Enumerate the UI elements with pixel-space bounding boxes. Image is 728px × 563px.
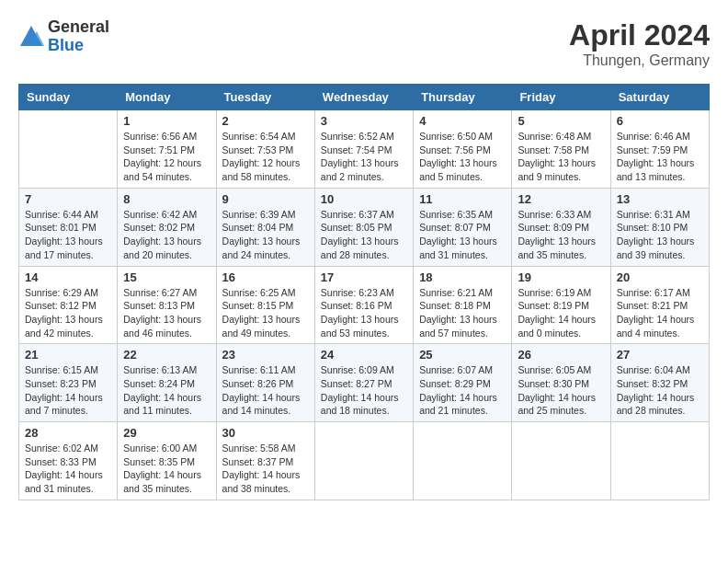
calendar-cell: 15Sunrise: 6:27 AMSunset: 8:13 PMDayligh… (118, 266, 216, 344)
day-number: 5 (518, 114, 604, 128)
calendar-cell: 17Sunrise: 6:23 AMSunset: 8:16 PMDayligh… (314, 266, 413, 344)
calendar-cell: 23Sunrise: 6:11 AMSunset: 8:26 PMDayligh… (216, 344, 314, 422)
calendar-cell: 7Sunrise: 6:44 AMSunset: 8:01 PMDaylight… (19, 188, 118, 266)
calendar-cell (19, 110, 118, 189)
day-number: 24 (321, 348, 407, 362)
calendar-cell: 14Sunrise: 6:29 AMSunset: 8:12 PMDayligh… (19, 266, 118, 344)
day-info: Sunrise: 6:17 AMSunset: 8:21 PMDaylight:… (617, 286, 703, 340)
day-info: Sunrise: 6:02 AMSunset: 8:33 PMDaylight:… (25, 442, 111, 496)
location-text: Thungen, Germany (569, 52, 710, 69)
calendar-cell: 11Sunrise: 6:35 AMSunset: 8:07 PMDayligh… (414, 188, 512, 266)
calendar-cell: 12Sunrise: 6:33 AMSunset: 8:09 PMDayligh… (512, 188, 610, 266)
calendar-cell: 10Sunrise: 6:37 AMSunset: 8:05 PMDayligh… (314, 188, 413, 266)
calendar-cell (512, 422, 610, 500)
day-number: 30 (222, 426, 309, 440)
calendar-cell: 8Sunrise: 6:42 AMSunset: 8:02 PMDaylight… (118, 188, 216, 266)
logo-blue-text: Blue (48, 37, 109, 55)
calendar-cell: 24Sunrise: 6:09 AMSunset: 8:27 PMDayligh… (314, 344, 413, 422)
day-number: 6 (617, 114, 703, 128)
month-title: April 2024 (569, 18, 710, 52)
calendar-cell: 13Sunrise: 6:31 AMSunset: 8:10 PMDayligh… (610, 188, 709, 266)
page-header: General Blue April 2024 Thungen, Germany (18, 18, 710, 69)
day-info: Sunrise: 6:31 AMSunset: 8:10 PMDaylight:… (617, 208, 703, 262)
day-number: 22 (123, 348, 210, 362)
day-number: 15 (123, 270, 210, 284)
calendar-cell: 16Sunrise: 6:25 AMSunset: 8:15 PMDayligh… (216, 266, 314, 344)
day-number: 12 (518, 192, 604, 206)
col-header-tuesday: Tuesday (216, 85, 314, 110)
calendar-cell: 28Sunrise: 6:02 AMSunset: 8:33 PMDayligh… (19, 422, 118, 500)
title-block: April 2024 Thungen, Germany (569, 18, 710, 69)
calendar-cell: 18Sunrise: 6:21 AMSunset: 8:18 PMDayligh… (414, 266, 512, 344)
day-number: 11 (419, 192, 506, 206)
calendar-cell (414, 422, 512, 500)
day-info: Sunrise: 6:21 AMSunset: 8:18 PMDaylight:… (419, 286, 506, 340)
calendar-cell: 9Sunrise: 6:39 AMSunset: 8:04 PMDaylight… (216, 188, 314, 266)
day-info: Sunrise: 6:15 AMSunset: 8:23 PMDaylight:… (25, 363, 111, 418)
calendar-cell: 29Sunrise: 6:00 AMSunset: 8:35 PMDayligh… (118, 422, 216, 500)
calendar-cell (610, 422, 709, 500)
day-info: Sunrise: 6:04 AMSunset: 8:32 PMDaylight:… (617, 363, 703, 418)
day-info: Sunrise: 6:37 AMSunset: 8:05 PMDaylight:… (321, 208, 407, 262)
day-number: 29 (123, 426, 210, 440)
calendar-cell: 26Sunrise: 6:05 AMSunset: 8:30 PMDayligh… (512, 344, 610, 422)
day-info: Sunrise: 6:07 AMSunset: 8:29 PMDaylight:… (419, 363, 506, 418)
day-info: Sunrise: 6:00 AMSunset: 8:35 PMDaylight:… (123, 442, 210, 496)
day-info: Sunrise: 6:42 AMSunset: 8:02 PMDaylight:… (123, 208, 210, 262)
col-header-saturday: Saturday (610, 85, 709, 110)
calendar-cell: 6Sunrise: 6:46 AMSunset: 7:59 PMDaylight… (610, 110, 709, 189)
day-info: Sunrise: 6:11 AMSunset: 8:26 PMDaylight:… (222, 363, 309, 418)
day-info: Sunrise: 6:27 AMSunset: 8:13 PMDaylight:… (123, 286, 210, 340)
day-number: 25 (419, 348, 506, 362)
day-number: 10 (321, 192, 407, 206)
day-number: 27 (617, 348, 703, 362)
day-number: 13 (617, 192, 703, 206)
day-info: Sunrise: 6:29 AMSunset: 8:12 PMDaylight:… (25, 286, 111, 340)
col-header-wednesday: Wednesday (314, 85, 413, 110)
day-number: 20 (617, 270, 703, 284)
day-number: 9 (222, 192, 309, 206)
calendar-cell: 30Sunrise: 5:58 AMSunset: 8:37 PMDayligh… (216, 422, 314, 500)
calendar-cell: 4Sunrise: 6:50 AMSunset: 7:56 PMDaylight… (414, 110, 512, 189)
calendar-cell: 5Sunrise: 6:48 AMSunset: 7:58 PMDaylight… (512, 110, 610, 189)
day-info: Sunrise: 6:44 AMSunset: 8:01 PMDaylight:… (25, 208, 111, 262)
day-number: 17 (321, 270, 407, 284)
col-header-monday: Monday (118, 85, 216, 110)
logo-text: General Blue (48, 18, 109, 55)
day-info: Sunrise: 6:48 AMSunset: 7:58 PMDaylight:… (518, 130, 604, 184)
col-header-friday: Friday (512, 85, 610, 110)
day-number: 1 (123, 114, 210, 128)
day-number: 14 (25, 270, 111, 284)
day-number: 23 (222, 348, 309, 362)
calendar-cell: 22Sunrise: 6:13 AMSunset: 8:24 PMDayligh… (118, 344, 216, 422)
day-number: 8 (123, 192, 210, 206)
calendar-cell (314, 422, 413, 500)
day-info: Sunrise: 6:46 AMSunset: 7:59 PMDaylight:… (617, 130, 703, 184)
day-number: 18 (419, 270, 506, 284)
day-number: 28 (25, 426, 111, 440)
calendar-cell: 1Sunrise: 6:56 AMSunset: 7:51 PMDaylight… (118, 110, 216, 189)
day-info: Sunrise: 6:56 AMSunset: 7:51 PMDaylight:… (123, 130, 210, 184)
day-number: 7 (25, 192, 111, 206)
day-number: 26 (518, 348, 604, 362)
day-info: Sunrise: 6:23 AMSunset: 8:16 PMDaylight:… (321, 286, 407, 340)
day-info: Sunrise: 6:39 AMSunset: 8:04 PMDaylight:… (222, 208, 309, 262)
calendar-cell: 2Sunrise: 6:54 AMSunset: 7:53 PMDaylight… (216, 110, 314, 189)
col-header-sunday: Sunday (19, 85, 118, 110)
day-info: Sunrise: 6:33 AMSunset: 8:09 PMDaylight:… (518, 208, 604, 262)
col-header-thursday: Thursday (414, 85, 512, 110)
logo-icon (18, 24, 44, 50)
day-info: Sunrise: 6:05 AMSunset: 8:30 PMDaylight:… (518, 363, 604, 418)
calendar-table: SundayMondayTuesdayWednesdayThursdayFrid… (18, 84, 710, 500)
day-info: Sunrise: 6:13 AMSunset: 8:24 PMDaylight:… (123, 363, 210, 418)
calendar-cell: 25Sunrise: 6:07 AMSunset: 8:29 PMDayligh… (414, 344, 512, 422)
calendar-cell: 19Sunrise: 6:19 AMSunset: 8:19 PMDayligh… (512, 266, 610, 344)
day-number: 3 (321, 114, 407, 128)
calendar-cell: 21Sunrise: 6:15 AMSunset: 8:23 PMDayligh… (19, 344, 118, 422)
day-number: 16 (222, 270, 309, 284)
day-info: Sunrise: 6:50 AMSunset: 7:56 PMDaylight:… (419, 130, 506, 184)
day-info: Sunrise: 6:09 AMSunset: 8:27 PMDaylight:… (321, 363, 407, 418)
logo: General Blue (18, 18, 109, 55)
day-number: 4 (419, 114, 506, 128)
calendar-cell: 20Sunrise: 6:17 AMSunset: 8:21 PMDayligh… (610, 266, 709, 344)
